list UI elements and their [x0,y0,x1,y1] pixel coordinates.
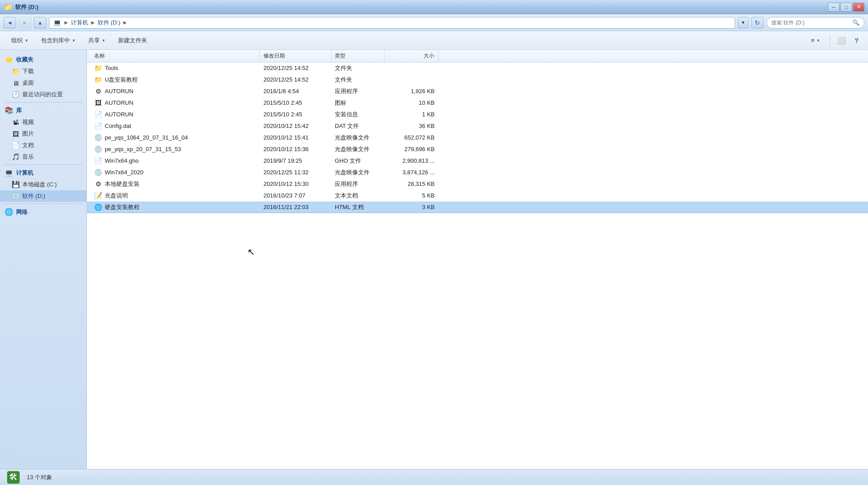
file-name: AUTORUN [105,111,133,118]
file-date-cell: 2019/9/7 19:25 [260,157,331,164]
view-options-button[interactable]: ≡ ▼ [805,33,826,48]
file-icon: 💿 [94,169,102,177]
file-type-cell: 文件夹 [331,64,385,72]
organize-button[interactable]: 组织 ▼ [5,33,34,48]
col-header-modified[interactable]: 修改日期 [260,50,331,62]
file-type-cell: 文本文档 [331,192,385,200]
path-sep-2: ► [90,19,96,26]
download-icon: 📁 [12,67,20,75]
table-row[interactable]: 🌐 硬盘安装教程 2016/11/21 22:03 HTML 文档 3 KB [87,201,868,213]
file-icon: 📄 [94,157,102,165]
file-name-cell: 💿 Win7x64_2020 [91,169,260,177]
favorites-icon: ⭐ [4,55,13,64]
file-name-cell: 📄 Win7x64.gho [91,157,260,165]
back-button[interactable]: ◄ [4,17,16,29]
close-button[interactable]: ✕ [853,3,864,12]
file-area: 名称 修改日期 类型 大小 📁 Tools 2020/12/25 14:52 文… [87,50,868,469]
sidebar-header-network[interactable]: 🌐 网络 [0,206,86,218]
pictures-icon: 🖼 [12,130,20,138]
file-date-cell: 2020/10/12 15:42 [260,123,331,129]
sidebar-item-c-drive[interactable]: 💾 本地磁盘 (C:) [0,179,86,190]
file-name: Win7x64_2020 [105,169,144,176]
file-date-cell: 2020/10/12 15:30 [260,181,331,187]
refresh-button[interactable]: ↻ [751,17,764,29]
path-computer[interactable]: 计算机 [71,19,88,27]
file-icon: 📁 [94,64,102,72]
desktop-label: 桌面 [22,79,34,87]
preview-pane-button[interactable]: ⬜ [834,33,849,48]
share-dropdown-arrow: ▼ [102,38,106,43]
file-size-cell: 36 KB [385,123,438,129]
sidebar-item-recent[interactable]: 🕐 最近访问的位置 [0,89,86,100]
file-name: 光盘说明 [105,192,128,200]
file-icon: ⚙ [94,87,102,95]
minimize-button[interactable]: ─ [828,3,839,12]
forward-button[interactable]: ► [19,17,31,29]
file-size-cell: 3 KB [385,204,438,210]
col-header-type[interactable]: 类型 [331,50,385,62]
table-row[interactable]: 📁 Tools 2020/12/25 14:52 文件夹 [87,62,868,74]
table-row[interactable]: 🖼 AUTORUN 2015/5/10 2:45 图标 10 KB [87,97,868,109]
path-drive[interactable]: 软件 (D:) [98,19,120,27]
sidebar-header-computer[interactable]: 💻 计算机 [0,167,86,179]
file-size-cell: 1 KB [385,111,438,118]
file-icon: 🌐 [94,203,102,211]
table-row[interactable]: 💿 Win7x64_2020 2020/12/25 11:32 光盘映像文件 3… [87,167,868,178]
file-name-cell: 🖼 AUTORUN [91,99,260,107]
col-header-name[interactable]: 名称 [91,50,260,62]
video-label: 视频 [22,118,34,126]
new-folder-button[interactable]: 新建文件夹 [112,33,153,48]
file-icon: 📝 [94,192,102,200]
new-folder-label: 新建文件夹 [118,37,147,45]
sidebar-item-music[interactable]: 🎵 音乐 [0,151,86,163]
help-button[interactable]: ? [851,33,863,48]
include-library-button[interactable]: 包含到库中 ▼ [35,33,82,48]
file-type-cell: HTML 文档 [331,203,385,211]
table-row[interactable]: 📄 AUTORUN 2015/5/10 2:45 安装信息 1 KB [87,109,868,120]
file-icon: ⚙ [94,180,102,188]
status-app-icon: 🛠 [7,471,20,484]
sidebar-item-d-drive[interactable]: 💿 软件 (D:) [0,190,86,202]
window-title: 软件 (D:) [15,3,38,11]
file-name: pe_yqs_xp_20_07_31_15_53 [105,146,181,152]
sidebar-section-favorites: ⭐ 收藏夹 📁 下载 🖥 桌面 🕐 最近访问的位置 [0,53,86,100]
address-path: 💻 ► 计算机 ► 软件 (D:) ► [49,17,735,29]
file-name-cell: 📁 U盘安装教程 [91,76,260,84]
sidebar-item-download[interactable]: 📁 下载 [0,66,86,77]
up-button[interactable]: ▲ [34,17,46,29]
table-row[interactable]: 📁 U盘安装教程 2020/12/25 14:52 文件夹 [87,74,868,86]
sidebar-divider-2 [4,164,83,165]
search-input[interactable] [771,20,850,26]
sidebar-header-favorites[interactable]: ⭐ 收藏夹 [0,53,86,66]
table-row[interactable]: 📄 Win7x64.gho 2019/9/7 19:25 GHO 文件 2,90… [87,155,868,167]
status-count: 13 个对象 [27,473,52,481]
file-icon: 📄 [94,122,102,130]
sidebar-item-video[interactable]: 📽 视频 [0,116,86,128]
col-modified-label: 修改日期 [263,52,285,60]
sidebar-divider-1 [4,102,83,103]
address-dropdown-button[interactable]: ▼ [738,17,749,29]
pictures-label: 图片 [22,130,34,138]
file-size-cell: 2,900,813 ... [385,157,438,164]
table-row[interactable]: 💿 pe_yqs_xp_20_07_31_15_53 2020/10/12 15… [87,144,868,155]
sidebar-item-desktop[interactable]: 🖥 桌面 [0,77,86,89]
column-headers: 名称 修改日期 类型 大小 [87,50,868,62]
share-button[interactable]: 共享 ▼ [82,33,111,48]
maximize-button[interactable]: □ [840,3,852,12]
table-row[interactable]: ⚙ 本地硬盘安装 2020/10/12 15:30 应用程序 28,315 KB [87,178,868,190]
address-bar: ◄ ► ▲ 💻 ► 计算机 ► 软件 (D:) ► ▼ ↻ 🔍 [0,14,868,31]
table-row[interactable]: 📄 Config.dat 2020/10/12 15:42 DAT 文件 36 … [87,120,868,132]
file-type-cell: 光盘映像文件 [331,169,385,177]
file-date-cell: 2015/5/10 2:45 [260,99,331,106]
include-library-label: 包含到库中 [41,37,70,45]
table-row[interactable]: ⚙ AUTORUN 2016/1/8 4:54 应用程序 1,926 KB [87,86,868,97]
col-header-size[interactable]: 大小 [385,50,438,62]
sidebar-header-library[interactable]: 📚 库 [0,104,86,116]
file-name-cell: 🌐 硬盘安装教程 [91,203,260,211]
search-icon[interactable]: 🔍 [852,19,860,26]
file-size-cell: 3,874,126 ... [385,169,438,176]
table-row[interactable]: 📝 光盘说明 2016/10/23 7:07 文本文档 5 KB [87,190,868,201]
table-row[interactable]: 💿 pe_yqs_1064_20_07_31_16_04 2020/10/12 … [87,132,868,144]
sidebar-item-pictures[interactable]: 🖼 图片 [0,128,86,140]
sidebar-item-documents[interactable]: 📄 文档 [0,140,86,151]
